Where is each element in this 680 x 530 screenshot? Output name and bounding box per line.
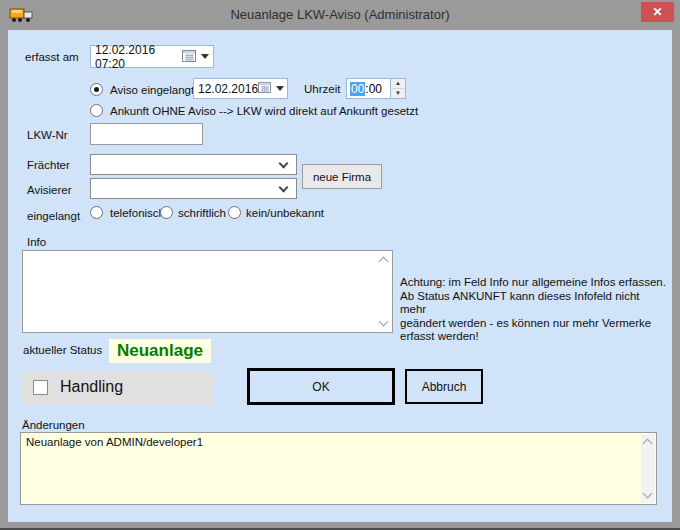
erfasst-am-datetime-picker[interactable]: 12.02.2016 07:20 xyxy=(90,45,214,68)
spin-up-icon[interactable]: ▲ xyxy=(391,79,405,89)
info-textarea[interactable] xyxy=(22,250,393,333)
erfasst-am-label: erfasst am xyxy=(25,51,79,63)
info-label: Info xyxy=(27,236,46,248)
dropdown-arrow-icon[interactable] xyxy=(201,54,209,59)
scroll-down-icon[interactable] xyxy=(379,317,389,327)
chevron-down-icon xyxy=(279,159,289,169)
erfasst-am-value: 12.02.2016 07:20 xyxy=(95,43,182,71)
chevron-down-icon xyxy=(279,183,289,193)
spinner-buttons: ▲ ▼ xyxy=(390,79,405,98)
eingelangt-schriftlich-radio[interactable] xyxy=(160,206,173,219)
aktueller-status-label: aktueller Status xyxy=(23,344,102,356)
avisierer-label: Avisierer xyxy=(27,184,72,196)
calendar-icon xyxy=(182,49,196,65)
aenderungen-scrollbar[interactable] xyxy=(641,434,655,503)
aviso-date-picker[interactable]: 12.02.2016 xyxy=(193,78,288,99)
dialog-content: erfasst am 12.02.2016 07:20 Aviso eingel… xyxy=(8,30,672,522)
lkw-nr-label: LKW-Nr xyxy=(27,129,68,141)
eingelangt-kein-unbekannt-radio[interactable] xyxy=(228,206,241,219)
handling-label: Handling xyxy=(60,378,123,396)
spin-down-icon[interactable]: ▼ xyxy=(391,89,405,98)
info-warning-text: Achtung: im Feld Info nur allgemeine Inf… xyxy=(400,276,666,344)
close-icon: ✕ xyxy=(652,5,662,19)
avisierer-combobox[interactable] xyxy=(90,178,297,199)
uhrzeit-value: 00:00 xyxy=(347,79,390,98)
abbruch-button[interactable]: Abbruch xyxy=(405,369,483,404)
scroll-up-icon[interactable] xyxy=(379,257,389,267)
ok-button[interactable]: OK xyxy=(247,368,395,405)
uhrzeit-hours-selected: 00 xyxy=(350,82,365,96)
calendar-icon xyxy=(258,81,271,96)
uhrzeit-minutes: :00 xyxy=(365,82,382,96)
aenderungen-label: Änderungen xyxy=(22,419,85,431)
eingelangt-label: eingelangt xyxy=(27,210,80,222)
neue-firma-button[interactable]: neue Firma xyxy=(302,164,382,189)
fraechter-label: Frächter xyxy=(27,159,70,171)
fraechter-combobox[interactable] xyxy=(90,154,297,175)
eingelangt-kein-unbekannt-label: kein/unbekannt xyxy=(246,207,324,219)
eingelangt-schriftlich-label: schriftlich xyxy=(178,207,226,219)
ankunft-ohne-aviso-label: Ankunft OHNE Aviso --> LKW wird direkt a… xyxy=(110,105,418,117)
titlebar[interactable]: Neuanlage LKW-Aviso (Administrator) ✕ xyxy=(0,0,680,30)
aviso-date-value: 12.02.2016 xyxy=(198,82,258,96)
aenderungen-textarea[interactable]: Neuanlage von ADMIN/developer1 xyxy=(20,432,657,505)
ankunft-ohne-aviso-radio[interactable] xyxy=(90,104,103,117)
aviso-eingelangt-radio[interactable] xyxy=(90,83,103,96)
eingelangt-telefonisch-label: telefonisch xyxy=(110,207,165,219)
info-scrollbar[interactable] xyxy=(377,252,391,331)
status-badge: Neuanlage xyxy=(109,339,211,363)
window-title: Neuanlage LKW-Aviso (Administrator) xyxy=(0,7,680,22)
lkw-nr-input[interactable] xyxy=(90,123,203,145)
aenderungen-value: Neuanlage von ADMIN/developer1 xyxy=(26,436,203,448)
eingelangt-telefonisch-radio[interactable] xyxy=(90,206,103,219)
handling-checkbox[interactable] xyxy=(33,380,48,395)
close-button[interactable]: ✕ xyxy=(641,2,674,22)
dialog-window: Neuanlage LKW-Aviso (Administrator) ✕ er… xyxy=(0,0,680,530)
scroll-down-icon[interactable] xyxy=(643,489,653,499)
dropdown-arrow-icon[interactable] xyxy=(276,86,284,91)
scroll-up-icon[interactable] xyxy=(643,439,653,449)
aviso-eingelangt-label: Aviso eingelangt xyxy=(110,84,194,96)
uhrzeit-label: Uhrzeit xyxy=(304,83,340,95)
uhrzeit-spinner[interactable]: 00:00 ▲ ▼ xyxy=(346,78,406,99)
